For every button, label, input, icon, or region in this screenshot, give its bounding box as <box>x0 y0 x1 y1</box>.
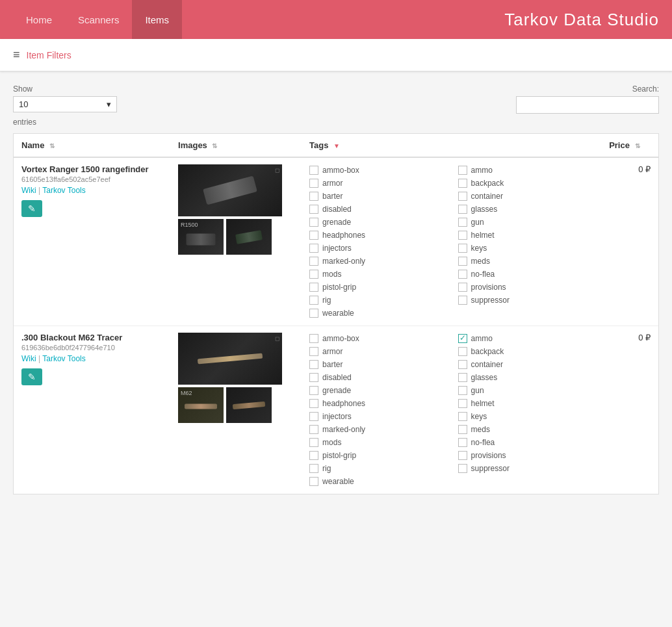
tag-checkbox[interactable] <box>458 347 467 356</box>
tag-item[interactable]: barter <box>309 190 445 202</box>
tag-checkbox[interactable] <box>458 412 467 421</box>
wiki-link[interactable]: Wiki <box>21 354 36 363</box>
tag-item[interactable]: armor <box>309 346 445 357</box>
tag-item[interactable]: meds <box>458 255 594 267</box>
tag-item[interactable]: container <box>458 359 594 370</box>
tag-checkbox[interactable] <box>309 166 318 175</box>
tag-item[interactable]: suppressor <box>458 463 594 474</box>
tag-item[interactable]: ammo-box <box>309 333 445 344</box>
tag-item[interactable]: wearable <box>309 476 445 487</box>
tag-checkbox[interactable] <box>309 334 318 343</box>
tag-checkbox[interactable] <box>458 218 467 227</box>
show-select[interactable]: 10 ▾ <box>13 96 117 112</box>
tag-item[interactable]: ammo <box>458 333 594 344</box>
tag-item[interactable]: marked-only <box>309 424 445 435</box>
tag-item[interactable]: mods <box>309 437 445 448</box>
tag-checkbox[interactable] <box>458 399 467 408</box>
tag-item[interactable]: wearable <box>309 307 445 319</box>
tag-checkbox[interactable] <box>309 438 318 447</box>
tag-item[interactable]: provisions <box>458 450 594 461</box>
col-name[interactable]: Name ⇅ <box>14 134 170 157</box>
tag-item[interactable]: pistol-grip <box>309 450 445 461</box>
tag-item[interactable]: keys <box>458 411 594 422</box>
tag-checkbox[interactable] <box>309 309 318 318</box>
tag-item[interactable]: container <box>458 190 594 202</box>
tag-item[interactable]: no-flea <box>458 437 594 448</box>
tag-item[interactable]: glasses <box>458 203 594 215</box>
tag-checkbox[interactable] <box>309 373 318 382</box>
tag-checkbox[interactable] <box>309 270 318 279</box>
tag-checkbox[interactable] <box>458 166 467 175</box>
tag-checkbox[interactable] <box>458 270 467 279</box>
tag-item[interactable]: helmet <box>458 229 594 241</box>
tag-item[interactable]: gun <box>458 216 594 228</box>
tag-item[interactable]: rig <box>309 294 445 306</box>
nav-home[interactable]: Home <box>13 0 65 39</box>
col-images[interactable]: Images ⇅ <box>170 134 302 157</box>
tag-item[interactable]: gun <box>458 385 594 396</box>
tag-checkbox[interactable] <box>309 412 318 421</box>
tag-checkbox[interactable] <box>458 205 467 214</box>
tag-checkbox[interactable] <box>309 231 318 240</box>
tag-checkbox[interactable] <box>309 218 318 227</box>
tag-checkbox[interactable] <box>458 296 467 305</box>
tag-checkbox[interactable] <box>458 244 467 253</box>
tag-item[interactable]: disabled <box>309 203 445 215</box>
nav-scanners[interactable]: Scanners <box>65 0 132 39</box>
tag-item[interactable]: meds <box>458 424 594 435</box>
tag-checkbox[interactable] <box>309 386 318 395</box>
tag-item[interactable]: no-flea <box>458 268 594 280</box>
tag-checkbox[interactable] <box>309 360 318 369</box>
tag-checkbox[interactable] <box>458 257 467 266</box>
tag-checkbox[interactable] <box>309 192 318 201</box>
tag-checkbox[interactable] <box>458 334 467 343</box>
tag-item[interactable]: provisions <box>458 281 594 293</box>
tag-item[interactable]: marked-only <box>309 255 445 267</box>
tag-item[interactable]: headphones <box>309 398 445 409</box>
tag-item[interactable]: injectors <box>309 411 445 422</box>
tag-item[interactable]: grenade <box>309 216 445 228</box>
tag-checkbox[interactable] <box>309 179 318 188</box>
tag-item[interactable]: glasses <box>458 372 594 383</box>
tag-checkbox[interactable] <box>458 283 467 292</box>
tag-checkbox[interactable] <box>458 192 467 201</box>
tag-checkbox[interactable] <box>458 373 467 382</box>
col-price[interactable]: Price ⇅ <box>601 134 658 157</box>
edit-button[interactable]: ✎ <box>21 200 42 217</box>
tag-item[interactable]: barter <box>309 359 445 370</box>
tarkov-tools-link[interactable]: Tarkov Tools <box>42 186 85 195</box>
tag-item[interactable]: backpack <box>458 346 594 357</box>
tag-item[interactable]: mods <box>309 268 445 280</box>
tag-item[interactable]: injectors <box>309 242 445 254</box>
tag-item[interactable]: keys <box>458 242 594 254</box>
tag-item[interactable]: backpack <box>458 177 594 189</box>
tag-checkbox[interactable] <box>309 399 318 408</box>
tag-checkbox[interactable] <box>309 477 318 486</box>
tag-item[interactable]: ammo <box>458 164 594 176</box>
tarkov-tools-link[interactable]: Tarkov Tools <box>42 354 85 363</box>
tag-checkbox[interactable] <box>309 296 318 305</box>
tag-checkbox[interactable] <box>309 257 318 266</box>
search-input[interactable] <box>516 96 659 114</box>
tag-item[interactable]: headphones <box>309 229 445 241</box>
tag-checkbox[interactable] <box>458 360 467 369</box>
tag-checkbox[interactable] <box>309 244 318 253</box>
tag-checkbox[interactable] <box>309 425 318 434</box>
tag-item[interactable]: armor <box>309 177 445 189</box>
tag-item[interactable]: disabled <box>309 372 445 383</box>
tag-checkbox[interactable] <box>458 438 467 447</box>
tag-checkbox[interactable] <box>458 179 467 188</box>
tag-checkbox[interactable] <box>458 464 467 473</box>
tag-item[interactable]: pistol-grip <box>309 281 445 293</box>
tag-checkbox[interactable] <box>309 205 318 214</box>
tag-item[interactable]: rig <box>309 463 445 474</box>
col-tags[interactable]: Tags ▼ <box>302 134 601 157</box>
tag-checkbox[interactable] <box>309 347 318 356</box>
tag-checkbox[interactable] <box>458 386 467 395</box>
wiki-link[interactable]: Wiki <box>21 186 36 195</box>
nav-items[interactable]: Items <box>132 0 182 39</box>
tag-checkbox[interactable] <box>458 451 467 460</box>
tag-checkbox[interactable] <box>458 425 467 434</box>
tag-item[interactable]: ammo-box <box>309 164 445 176</box>
tag-item[interactable]: grenade <box>309 385 445 396</box>
